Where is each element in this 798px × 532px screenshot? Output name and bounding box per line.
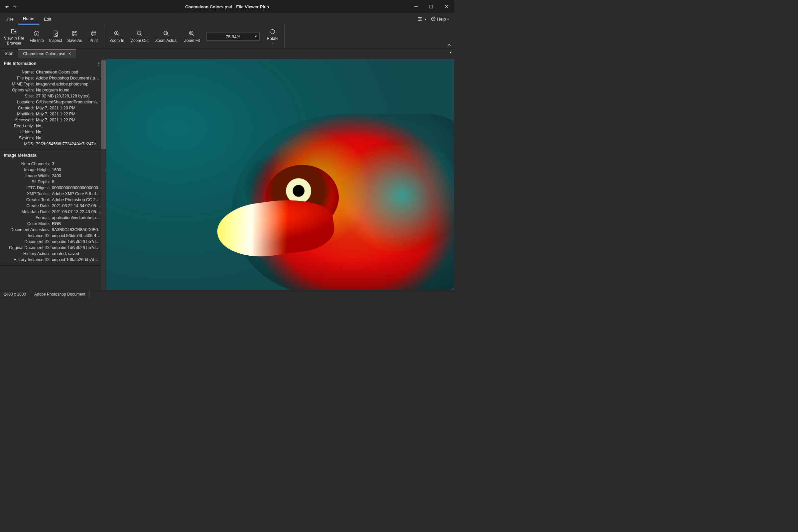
ribbon-label: View in File Browser [4,36,24,45]
meta-row: Bit Depth:8 [3,179,102,185]
menu-edit[interactable]: Edit [39,13,56,25]
menubar: File Home Edit ▾ ?Help▾ [0,13,454,25]
meta-row: Creator Tool:Adobe Photoshop CC 2… [3,197,102,203]
meta-row: Metadata Date:2021:05:07 13:22:43-05:… [3,209,102,215]
sidebar: File Information ⋮ Name:Chameleon Colors… [0,58,106,290]
svg-point-1 [419,17,420,18]
info-row: Read-only:No [3,123,102,129]
info-row: MD5:79f2b954566b773424f4e7e247c… [3,141,102,147]
status-format: Adobe Photoshop Document [30,290,90,298]
metadata-panel: Image Metadata Num Channels:3 Image Heig… [0,150,106,266]
close-tab-icon[interactable]: ✕ [68,52,71,56]
save-as-button[interactable]: Save As [65,25,85,49]
view-in-browser-button[interactable]: View in File Browser [1,25,27,49]
forward-icon[interactable] [13,4,18,9]
maximize-button[interactable] [424,0,439,13]
info-row: Opens with:No program found [3,87,102,93]
inspect-button[interactable]: Inspect [46,25,65,49]
info-row: Accessed:May 7, 2021 1:22 PM [3,117,102,123]
back-icon[interactable] [4,4,9,9]
ribbon-label: File Info [30,38,44,43]
titlebar: Chameleon Colors.psd - File Viewer Plus [0,0,454,13]
chevron-down-icon: ▼ [254,35,258,38]
tab-label: Chameleon Colors.psd [23,52,65,56]
meta-row: Image Height:1600 [3,167,102,173]
file-info-panel: File Information ⋮ Name:Chameleon Colors… [0,58,106,150]
collapse-ribbon-button[interactable] [444,25,454,49]
meta-row: Document ID:xmp.did:1d6afb26-bb7d… [3,239,102,245]
meta-row: History Instance ID:xmp.iid:1d6afb26-bb7… [3,257,102,263]
status-dimensions: 2400 x 1600 [0,290,30,298]
ribbon: View in File Browser File Info Inspect S… [0,25,454,49]
panel-heading: Image Metadata [4,153,37,158]
menu-file[interactable]: File [2,13,18,25]
ribbon-label: Zoom In [110,38,125,43]
print-button[interactable]: Print [85,25,103,49]
tab-label: Start [5,51,13,56]
tab-file[interactable]: Chameleon Colors.psd ✕ [18,49,76,58]
ribbon-label: Save As [68,38,82,43]
rotate-icon [269,28,276,35]
zoom-out-button[interactable]: Zoom Out [128,28,151,44]
info-row: Location:C:\Users\SharpenedProductions\… [3,99,102,105]
info-row: Created:May 7, 2021 1:20 PM [3,105,102,111]
print-icon [90,30,97,37]
info-icon [33,30,40,37]
ribbon-label: Zoom Out [131,38,149,43]
panel-heading: File Information [4,61,37,66]
zoom-actual-button[interactable]: 1:1 Zoom Actual [153,28,180,44]
svg-rect-0 [430,5,433,8]
zoom-select[interactable]: 75.94% ▼ [207,33,260,41]
zoom-fit-icon [188,30,195,37]
info-row: MIME Type:image/vnd.adobe.photoshop [3,81,102,87]
rotate-button[interactable]: Rotate ⌄ [264,26,282,46]
info-row: Hidden:No [3,129,102,135]
settings-icon[interactable] [417,17,423,21]
tab-start[interactable]: Start [0,49,18,58]
svg-point-3 [419,20,420,21]
meta-row: Color Mode:RGB [3,221,102,227]
meta-row: Image Width:2400 [3,173,102,179]
ribbon-label: Zoom Actual [155,38,177,43]
info-row: Modified:May 7, 2021 1:22 PM [3,111,102,117]
zoom-in-icon [113,30,121,37]
image-viewer[interactable] [106,58,454,290]
svg-point-2 [420,19,421,20]
image-canvas [107,59,454,290]
document-search-icon [52,30,59,37]
info-row: System:No [3,135,102,141]
svg-text:1:1: 1:1 [165,32,167,34]
zoom-value: 75.94% [226,34,241,39]
statusbar: 2400 x 1600 Adobe Photoshop Document [0,290,454,298]
info-row: Name:Chameleon Colors.psd [3,69,102,75]
meta-row: Instance ID:xmp.iid:56bfc74f-c405-4… [3,233,102,239]
image-content [232,114,454,290]
help-icon[interactable]: ?Help▾ [431,17,449,22]
zoom-in-button[interactable]: Zoom In [107,28,127,44]
save-icon [71,30,78,37]
help-label: Help [437,17,446,22]
tabbar: Start Chameleon Colors.psd ✕ ▼ [0,49,454,58]
meta-row: Format:application/vnd.adobe.p… [3,215,102,221]
chevron-down-icon: ⌄ [271,41,274,45]
scrollbar-thumb[interactable] [101,60,106,149]
info-row: Size:27.02 MB (28,328,128 bytes) [3,93,102,99]
file-info-button[interactable]: File Info [27,25,46,49]
close-button[interactable] [439,0,454,13]
meta-row: XMP Toolkit:Adobe XMP Core 5.6-c1… [3,191,102,197]
tab-menu-icon[interactable]: ▼ [449,51,452,54]
zoom-out-icon [136,30,143,37]
zoom-actual-icon: 1:1 [163,30,170,37]
meta-row: History Action:created, saved [3,251,102,257]
window-title: Chameleon Colors.psd - File Viewer Plus [0,4,454,9]
zoom-fit-button[interactable]: Zoom Fit [182,28,203,44]
minimize-button[interactable] [408,0,424,13]
info-row: File type:Adobe Photoshop Document (.p… [3,75,102,81]
meta-row: Num Channels:3 [3,161,102,167]
content-area: File Information ⋮ Name:Chameleon Colors… [0,58,454,290]
menu-home[interactable]: Home [18,13,39,25]
folder-arrow-icon [11,27,18,35]
meta-row: IPTC Digest:00000000000000000000… [3,185,102,191]
ribbon-label: Inspect [49,38,62,43]
meta-row: Create Date:2021:03:22 14:34:07-05:… [3,203,102,209]
